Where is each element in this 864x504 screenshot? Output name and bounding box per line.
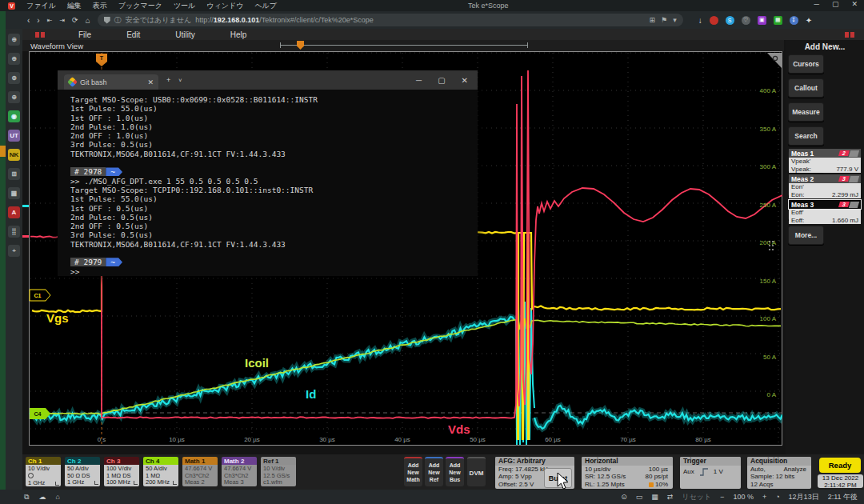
callout-button[interactable]: Callout [788,78,824,98]
url-text[interactable]: http://192.168.0.101/Tektronix#/client/c… [195,16,374,24]
scope-menu-file[interactable]: File [78,30,91,39]
terminal-tab[interactable]: Git bash ✕ [64,74,158,90]
add-new-ref-button[interactable]: AddNewRef [425,457,443,486]
display-icon[interactable]: ▦ [651,493,658,501]
cursors-button[interactable]: Cursors [788,54,824,74]
blue-extension-icon[interactable]: ↧ [790,16,798,25]
web-panel-apps-icon[interactable]: ⣿ [8,226,20,238]
terminal-line: # 2978~ [70,167,478,176]
taskbar-home-icon[interactable]: ⌂ [55,493,59,502]
browser-menu-1[interactable]: 編集 [67,1,82,11]
window-mode-icon[interactable]: ▭ [636,493,643,501]
terminal-output[interactable]: Target MSO-Scope: USB0::0x0699::0x0528::… [58,90,478,276]
shield-icon[interactable] [104,17,110,24]
skype-extension-icon[interactable]: S [726,16,734,25]
browser-menu-2[interactable]: 表示 [93,1,107,11]
panel-grip-dots [769,245,770,246]
more-button[interactable]: More... [788,226,824,245]
meas-source-badge: 3 [838,202,850,207]
reload-icon[interactable]: ⟳ [72,16,78,24]
web-panel-active-icon[interactable]: ◉ [8,110,20,122]
terminal-titlebar[interactable]: Git bash ✕ + ˅ ─ ▢ ✕ [58,70,478,90]
add-panel-icon[interactable]: + [8,245,20,257]
back-icon[interactable]: ‹ [27,16,30,25]
web-panel-gallery-icon[interactable]: ▦ [8,187,20,199]
taskbar-window-icon[interactable]: ⧉ [24,493,29,502]
new-tab-icon[interactable]: + [166,76,170,84]
trace-label-icoil: Icoil [245,356,269,370]
scope-menu-utility[interactable]: Utility [175,30,194,39]
minimize-icon[interactable]: ─ [814,0,819,8]
browser-menu-6[interactable]: ヘルプ [254,1,277,11]
dropdown-chevron-icon[interactable]: ▾ [673,16,677,24]
terminal-window[interactable]: Git bash ✕ + ˅ ─ ▢ ✕ Target MSO-Scope: U… [58,70,478,276]
scope-menu-help[interactable]: Help [230,30,247,39]
measurement-badge-3[interactable]: Meas 33Eoff'Eoff:1.660 mJ [789,200,861,224]
maximize-icon[interactable]: ▢ [832,0,839,8]
red-extension-icon[interactable] [710,16,718,25]
swap-icon[interactable]: ⇄ [667,493,674,501]
browser-logo-icon[interactable]: V [8,2,15,10]
tab-close-icon[interactable]: ✕ [147,78,154,86]
scope-menu-edit[interactable]: Edit [126,30,140,39]
search-button[interactable]: Search [788,126,824,146]
reset-button[interactable]: リセット [682,492,711,502]
dvm-button[interactable]: DVM [467,457,486,486]
browser-menu-3[interactable]: ブックマーク [118,1,162,11]
horizontal-panel[interactable]: Horizontal 10 µs/div100 µs SR: 12.5 GS/s… [582,457,673,489]
terminal-minimize-icon[interactable]: ─ [416,76,422,85]
add-new-bus-button[interactable]: AddNewBus [446,457,464,486]
fast-forward-icon[interactable]: ⇥ [59,17,65,24]
forward-icon[interactable]: › [37,16,39,25]
pin-icon[interactable]: ✦ [806,16,812,25]
terminal-line: TEKTRONIX,MSO64,B011614,CF:91.1CT FV:1.4… [70,240,478,249]
web-panel-globe-4-icon[interactable]: ⊕ [8,91,20,103]
green-grid-extension-icon[interactable]: ▦ [774,16,782,25]
overview-trigger-marker-icon[interactable] [297,41,304,50]
browser-menu-4[interactable]: ツール [174,1,195,11]
badge-math1[interactable]: Math 147.6674 VCh3*Ch2Meas 2 [182,457,218,486]
web-panel-nk-icon[interactable]: NK [8,149,20,161]
browser-menu-0[interactable]: ファイル [26,1,56,11]
tab-dropdown-icon[interactable]: ˅ [178,78,182,83]
gray-extension-icon[interactable]: ♡ [742,16,750,25]
web-panel-grid-icon[interactable]: ⊞ [8,168,20,180]
bookmark-icon[interactable]: ⚑ [661,16,667,24]
download-icon[interactable]: ↓ [698,16,702,25]
web-panel-globe-1-icon[interactable]: ⊕ [8,34,20,46]
zoom-in-icon[interactable]: + [762,493,766,501]
address-bar[interactable]: ⓘ 安全ではありません http://192.168.0.101/Tektron… [98,14,683,26]
browser-menu-5[interactable]: ウィンドウ [206,1,243,11]
trigger-panel[interactable]: Trigger Aux 1 V [680,457,741,489]
badge-ch2[interactable]: Ch 250 A/div50 Ω DS1 GHz [65,457,100,486]
taskbar-cloud-icon[interactable]: ☁ [38,493,46,502]
zoom-out-icon[interactable]: − [720,493,724,501]
horizontal-overview-bracket[interactable] [280,45,528,46]
badge-ch4[interactable]: Ch 450 A/div1 MΩ200 MHz [143,457,178,486]
badge-ch3[interactable]: Ch 3100 V/div1 MΩ DS100 MHz [104,457,139,486]
badge-math2[interactable]: Math 247.6674 VCh3*Ch2Meas 3 [222,457,257,486]
measurement-badge-1[interactable]: Meas 12Vpeak'Vpeak:777.9 V [789,149,861,173]
info-icon[interactable]: ⓘ [114,15,122,26]
tiles-icon[interactable]: ⊞ [650,16,656,24]
measurement-badge-2[interactable]: Meas 23Eon'Eon:2.299 mJ [789,174,861,198]
clock-icon: ◔ [775,493,779,501]
measure-button[interactable]: Measure [788,102,824,122]
terminal-maximize-icon[interactable]: ▢ [438,76,445,85]
window-title: Tek e*Scope [468,2,509,10]
waveform-view-tab[interactable]: Waveform View [30,42,83,50]
home-icon[interactable]: ⌂ [86,16,90,25]
badge-ch1[interactable]: Ch 110 V/div1 GHz [26,457,61,486]
web-panel-ut-icon[interactable]: UT [8,130,20,142]
web-panel-globe-3-icon[interactable]: ⊕ [8,72,20,84]
web-panel-a-icon[interactable]: A [8,206,20,218]
add-new-math-button[interactable]: AddNewMath [404,457,422,486]
acquisition-panel[interactable]: Acquisition Auto,Analyze Sample: 12 bits… [747,457,811,489]
rewind-icon[interactable]: ⇤ [47,17,53,24]
close-icon[interactable]: ✕ [851,0,858,8]
purple-extension-icon[interactable]: ▣ [758,16,766,25]
web-panel-globe-2-icon[interactable]: ⊕ [8,53,20,65]
terminal-close-icon[interactable]: ✕ [462,76,468,85]
badge-ref1[interactable]: Ref 110 V/div12.5 GS/sc1.wfm [261,457,296,486]
screenshot-icon[interactable]: ⊙ [621,493,627,501]
